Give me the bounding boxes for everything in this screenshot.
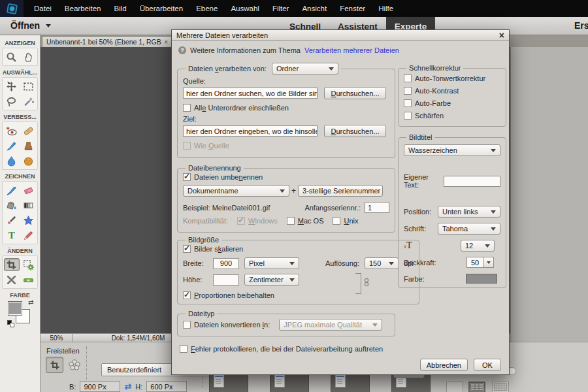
close-icon[interactable]: ×: [499, 31, 504, 40]
constrain-proportions-checkbox[interactable]: [183, 291, 191, 299]
healing-brush-tool-icon[interactable]: [20, 124, 36, 137]
custom-text-input[interactable]: [444, 176, 501, 187]
compat-macos-checkbox[interactable]: [287, 217, 295, 225]
brush-tool-icon[interactable]: [4, 184, 20, 197]
zoom-level-indicator[interactable]: 50%: [41, 334, 73, 342]
caption-color-swatch[interactable]: [466, 274, 497, 284]
resize-images-checkbox[interactable]: [183, 245, 191, 253]
paint-bucket-tool-icon[interactable]: [4, 199, 20, 212]
font-dropdown[interactable]: Tahoma: [438, 223, 500, 235]
menu-filter[interactable]: Filter: [266, 0, 296, 17]
compat-unix-label: Unix: [344, 217, 358, 225]
width-input[interactable]: 900: [213, 258, 239, 269]
auto-contrast-label: Auto-Kontrast: [415, 87, 459, 95]
compat-unix-checkbox[interactable]: [333, 217, 340, 225]
content-aware-move-tool-icon[interactable]: [4, 273, 20, 286]
process-from-dropdown[interactable]: Ordner: [272, 63, 338, 74]
dialog-title: Mehrere Dateien verarbeiten: [176, 31, 499, 39]
target-browse-button[interactable]: Durchsuchen...: [324, 125, 386, 137]
auto-color-checkbox[interactable]: [404, 99, 412, 107]
menu-fenster[interactable]: Fenster: [333, 0, 372, 17]
cookie-cutter-tool-icon[interactable]: [68, 359, 81, 372]
sponge-tool-icon[interactable]: [20, 154, 36, 167]
crop-height-input[interactable]: 600 Px: [146, 381, 187, 392]
auto-contrast-checkbox[interactable]: [404, 87, 412, 95]
straighten-tool-icon[interactable]: [20, 273, 36, 286]
dialog-title-bar[interactable]: Mehrere Dateien verarbeiten ×: [172, 30, 509, 41]
cancel-button[interactable]: Abbrechen: [420, 359, 468, 371]
resolution-dropdown[interactable]: 150: [365, 257, 399, 269]
target-path-input[interactable]: hier den Ordner eingeben, wo die hinsoll…: [183, 125, 318, 137]
foreground-color-swatch[interactable]: [8, 301, 22, 316]
height-label: Höhe:: [183, 276, 208, 284]
menu-bearbeiten[interactable]: Bearbeiten: [58, 0, 108, 17]
crop-tool-option-button[interactable]: [46, 357, 63, 373]
custom-shape-tool-icon[interactable]: [20, 214, 36, 227]
hand-tool-icon[interactable]: [20, 50, 36, 63]
grid-overlay-grid-button[interactable]: [492, 382, 509, 392]
lasso-tool-icon[interactable]: [4, 95, 20, 108]
include-subfolders-checkbox[interactable]: [183, 104, 191, 112]
menu-ueberarbeiten[interactable]: Überarbeiten: [133, 0, 189, 17]
chevron-down-icon: [372, 323, 378, 327]
source-browse-button[interactable]: Durchsuchen...: [324, 87, 386, 99]
crop-tool-icon[interactable]: [4, 258, 20, 271]
marquee-tool-icon[interactable]: [20, 80, 36, 93]
auto-levels-checkbox[interactable]: [404, 74, 412, 82]
smart-brush-tool-icon[interactable]: [4, 139, 20, 152]
create-button[interactable]: Erstellen: [574, 20, 588, 31]
resolution-value: 150: [369, 259, 381, 267]
menu-auswahl[interactable]: Auswahl: [224, 0, 265, 17]
verbessern-tools: [2, 122, 38, 170]
opacity-spinner[interactable]: 50: [466, 257, 494, 268]
menu-datei[interactable]: Datei: [27, 0, 58, 17]
menu-ansicht[interactable]: Ansicht: [295, 0, 333, 17]
blur-tool-icon[interactable]: [4, 154, 20, 167]
menu-ebene[interactable]: Ebene: [189, 0, 224, 17]
sharpen-checkbox[interactable]: [404, 112, 412, 120]
help-link[interactable]: Verarbeiten mehrerer Dateien: [304, 46, 399, 54]
source-path-input[interactable]: hier den Ordner suchen, wo die Bilder si…: [183, 88, 318, 99]
open-button-label: Öffnen: [10, 20, 40, 31]
swap-colors-icon[interactable]: ⇄: [28, 299, 33, 306]
move-tool-icon[interactable]: [4, 80, 20, 93]
rename-files-checkbox[interactable]: [183, 173, 191, 181]
opacity-value[interactable]: 50: [466, 257, 483, 268]
name-part2-dropdown[interactable]: 3-stellige Seriennummer: [298, 185, 383, 197]
help-icon[interactable]: ?: [178, 46, 186, 54]
caption-type-dropdown[interactable]: Wasserzeichen: [404, 144, 500, 156]
width-unit-dropdown[interactable]: Pixel: [244, 257, 299, 269]
quick-selection-tool-icon[interactable]: [20, 95, 36, 108]
crop-width-input[interactable]: 900 Px: [80, 381, 120, 392]
swap-dimensions-icon[interactable]: ⇄: [124, 382, 131, 391]
zoom-tool-icon[interactable]: [4, 50, 20, 63]
position-dropdown[interactable]: Unten links: [438, 206, 500, 218]
height-input[interactable]: [213, 274, 239, 286]
menu-hilfe[interactable]: Hilfe: [372, 0, 400, 17]
grid-overlay-thirds-button[interactable]: [468, 382, 485, 392]
recompose-tool-icon[interactable]: [20, 258, 36, 271]
height-unit-dropdown[interactable]: Zentimeter: [244, 274, 299, 286]
gradient-tool-icon[interactable]: [20, 199, 36, 212]
eraser-tool-icon[interactable]: [20, 184, 36, 197]
document-tab[interactable]: Unbenannt-1 bei 50% (Ebene 1, RGB/8) * ×: [42, 36, 172, 47]
opacity-dropdown-button[interactable]: [483, 257, 494, 268]
default-colors-icon[interactable]: [7, 320, 14, 327]
type-tool-icon[interactable]: T: [4, 229, 20, 242]
red-eye-tool-icon[interactable]: [4, 124, 20, 137]
height-field-label: H:: [135, 383, 142, 391]
ok-button[interactable]: OK: [474, 359, 501, 371]
convert-files-checkbox[interactable]: [183, 321, 191, 329]
open-button[interactable]: Öffnen: [10, 20, 51, 31]
tab-close-icon[interactable]: ×: [164, 39, 168, 46]
font-size-dropdown[interactable]: 12: [461, 240, 495, 252]
clone-stamp-tool-icon[interactable]: [20, 139, 36, 152]
menu-bild[interactable]: Bild: [107, 0, 133, 17]
grid-overlay-none-button[interactable]: [446, 382, 463, 392]
pencil-tool-icon[interactable]: [20, 229, 36, 242]
eyedropper-tool-icon[interactable]: [4, 214, 20, 227]
section-verbessern: VERBESS...: [0, 114, 40, 120]
starting-serial-input[interactable]: 1: [365, 202, 389, 213]
name-part1-dropdown[interactable]: Dokumentname: [183, 185, 289, 197]
log-errors-checkbox[interactable]: [180, 345, 188, 353]
